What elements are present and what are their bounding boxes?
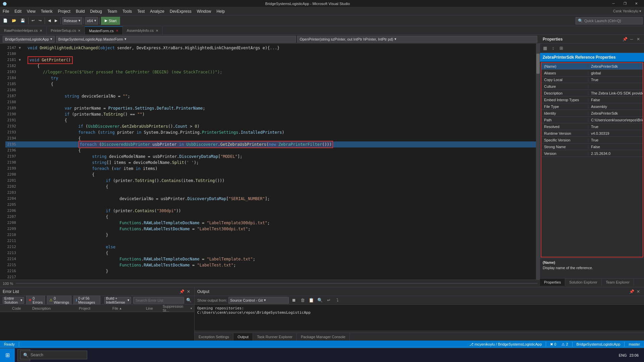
tab-team-explorer[interactable]: Team Explorer (602, 279, 634, 286)
menu-edit[interactable]: Edit (12, 7, 24, 15)
properties-pin-button[interactable]: 📌 (622, 36, 628, 42)
code-editor[interactable]: 2147 ▼ void OnHighlightedLinkChanged(obj… (5, 44, 536, 280)
menu-devexpress[interactable]: DevExpress (167, 7, 194, 15)
prop-row-version[interactable]: Version 2.15.2634.0 (541, 150, 643, 157)
output-stop-btn[interactable]: ⏹ (290, 297, 298, 304)
menu-project[interactable]: Project (55, 7, 73, 15)
status-git[interactable]: ⎇ mcyenikoylu / BridgeSystemsLogisticApp (468, 342, 543, 347)
scope-dropdown[interactable]: Entire Solution ▾ (3, 297, 24, 304)
code-scrollbar[interactable] (536, 44, 540, 280)
prop-row-specificver[interactable]: Specific Version True (541, 137, 643, 143)
class-dropdown[interactable]: BridgeSystemsLogisticApp.MasterForm ▾ (56, 36, 296, 43)
status-errors[interactable]: ✖ 0 (549, 342, 557, 347)
menu-telerik[interactable]: Telerik (38, 7, 55, 15)
tab-rawprinterhelper-close[interactable]: ✕ (40, 29, 42, 33)
properties-close-button[interactable]: ✕ (635, 36, 641, 42)
col-suppression[interactable]: Suppression St... ▾ (161, 304, 194, 312)
start-button[interactable]: ▶ Start (101, 17, 120, 25)
new-project-button[interactable]: 📄 (1, 17, 9, 25)
prop-row-path[interactable]: Path C:\Users\cenk\source\repos\BridgeSy… (541, 117, 643, 123)
open-button[interactable]: 📂 (10, 17, 18, 25)
tab-assemblyinfo[interactable]: AssemblyInfo.cs ✕ (123, 26, 163, 35)
menu-debug[interactable]: Debug (88, 7, 105, 15)
prop-row-strongname[interactable]: Strong Name False (541, 143, 643, 150)
error-badge[interactable]: ✖ 0 Errors (26, 296, 45, 305)
col-file[interactable]: File ▲ (110, 306, 144, 310)
output-source-dropdown[interactable]: Source Control - Git ▾ (228, 297, 289, 304)
menu-file[interactable]: File (0, 7, 12, 15)
menu-help[interactable]: Help (214, 7, 227, 15)
platform-dropdown[interactable]: x64 ▾ (85, 17, 98, 24)
tab-output[interactable]: Output (233, 333, 253, 341)
search-icon: 🔍 (578, 18, 583, 23)
prop-row-identity[interactable]: Identity ZebraPrinterSdk (541, 110, 643, 117)
prop-categorized-button[interactable]: ▦ (541, 45, 549, 52)
expand-2147[interactable]: ▼ (19, 45, 23, 51)
prop-row-copylocal[interactable]: Copy Local True (541, 76, 643, 83)
errorlist-pin-btn[interactable]: 📌 (179, 289, 185, 295)
tab-printersetup[interactable]: PrinterSetup.cs ✕ (47, 26, 85, 35)
code-content[interactable]: 2147 ▼ void OnHighlightedLinkChanged(obj… (0, 44, 540, 287)
warning-badge[interactable]: ⚠ 0 Warnings (47, 296, 71, 305)
errorlist-close-btn[interactable]: ✕ (185, 289, 192, 295)
output-pin-btn[interactable]: 📌 (629, 289, 635, 295)
restore-button[interactable]: ❐ (620, 0, 630, 7)
tab-assemblyinfo-close[interactable]: ✕ (156, 29, 158, 33)
configuration-dropdown[interactable]: Release ▾ (62, 17, 82, 24)
output-clear-btn[interactable]: 🗑 (299, 297, 306, 304)
prop-row-description[interactable]: Description The Zebra Link-OS SDK provid… (541, 90, 643, 97)
col-code[interactable]: Code (10, 306, 30, 310)
status-warnings[interactable]: ⚠ 2 (560, 342, 569, 347)
prop-row-embedinterop[interactable]: Embed Interop Types False (541, 97, 643, 103)
properties-description: (Name) Display name of the reference. (540, 258, 644, 278)
menu-view[interactable]: View (24, 7, 38, 15)
menu-analyze[interactable]: Analyze (147, 7, 167, 15)
build-dropdown[interactable]: Build + IntelliSense ▾ (104, 297, 131, 304)
output-track-btn[interactable]: ⤵ (334, 297, 341, 304)
prop-row-runtime[interactable]: Runtime Version v4.0.30319 (541, 130, 643, 137)
menu-build[interactable]: Build (73, 7, 88, 15)
tab-task-runner[interactable]: Task Runner Explorer (253, 333, 297, 341)
prop-row-name[interactable]: (Name) ZebraPrinterSdk (541, 63, 643, 70)
prop-alphabetical-button[interactable]: ↕ (549, 45, 557, 52)
menu-window[interactable]: Window (194, 7, 214, 15)
prop-row-filetype[interactable]: File Type Assembly (541, 103, 643, 110)
close-button[interactable]: ✕ (631, 0, 641, 7)
menu-team[interactable]: Team (105, 7, 120, 15)
start-menu-button[interactable]: ⊞ (0, 348, 15, 362)
tab-printersetup-close[interactable]: ✕ (78, 29, 80, 33)
col-description[interactable]: Description (30, 306, 77, 310)
prop-properties-button[interactable]: ⊞ (557, 45, 565, 52)
minimize-button[interactable]: ─ (608, 0, 619, 7)
redo-button[interactable]: ↪ (37, 17, 43, 25)
search-error-input[interactable] (133, 297, 184, 304)
col-project[interactable]: Project (77, 306, 110, 310)
taskbar-search-bar[interactable]: 🔍 Search (20, 351, 87, 359)
tab-rawprinterhelper[interactable]: RawPrinterHelper.cs ✕ (0, 26, 47, 35)
tab-solution-explorer[interactable]: Solution Explorer (565, 279, 602, 286)
undo-button[interactable]: ↩ (30, 17, 36, 25)
prop-row-resolved[interactable]: Resolved True (541, 123, 643, 130)
tab-exception-settings[interactable]: Exception Settings (195, 333, 233, 341)
menu-test[interactable]: Test (135, 7, 147, 15)
search-error-button[interactable]: 🔍 (186, 297, 192, 304)
prop-row-aliases[interactable]: Aliases global (541, 70, 643, 76)
message-badge[interactable]: ℹ 0 of 56 Messages (73, 296, 100, 305)
back-button[interactable]: ◀ (46, 17, 52, 25)
tab-properties[interactable]: Properties (540, 279, 565, 286)
toolbar-sep3 (60, 17, 61, 24)
forward-button[interactable]: ▶ (53, 17, 59, 25)
menu-tools[interactable]: Tools (120, 7, 135, 15)
output-copy-btn[interactable]: 📋 (308, 297, 315, 304)
tab-package-manager[interactable]: Package Manager Console (297, 333, 350, 341)
prop-row-culture[interactable]: Culture (541, 83, 643, 90)
col-line[interactable]: Line (144, 306, 161, 310)
properties-minimize-button[interactable]: ─ (629, 36, 635, 42)
output-close-btn[interactable]: ✕ (635, 289, 641, 295)
output-wrap-btn[interactable]: ↵ (325, 297, 332, 304)
namespace-dropdown[interactable]: BridgeSystemsLogisticApp ▾ (3, 36, 55, 43)
tab-masterform[interactable]: MasterForm.cs ✕ (85, 26, 122, 35)
save-button[interactable]: 💾 (19, 17, 27, 25)
method-dropdown[interactable]: OpenPrinter(string szPrinter, out IntPtr… (297, 36, 537, 43)
output-find-btn[interactable]: 🔍 (316, 297, 324, 304)
